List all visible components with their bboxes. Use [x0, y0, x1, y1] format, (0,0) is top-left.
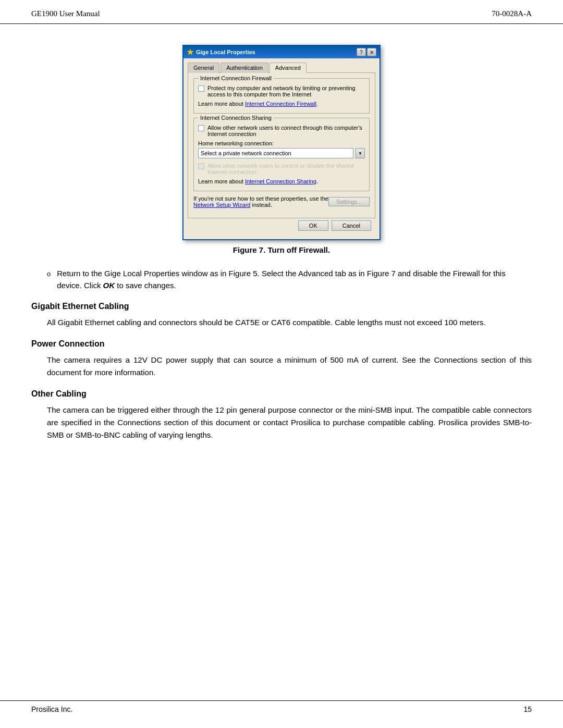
- sharing-checkbox[interactable]: [198, 125, 204, 131]
- page-content: Gige Local Properties ? ✕ General Authen…: [0, 24, 563, 467]
- firewall-learn-more: Learn more about Internet Connection Fir…: [198, 101, 365, 107]
- dialog-titlebar: Gige Local Properties ? ✕: [183, 46, 380, 58]
- select-value: Select a private network connection: [201, 150, 291, 156]
- sharing-group: Internet Connection Sharing Allow other …: [193, 118, 370, 191]
- sharing-group-label: Internet Connection Sharing: [198, 115, 274, 121]
- wizard-link[interactable]: Network Setup Wizard: [193, 202, 250, 208]
- tab-content-advanced: Internet Connection Firewall Protect my …: [188, 72, 375, 218]
- tab-authentication[interactable]: Authentication: [221, 63, 268, 73]
- dialog-title: Gige Local Properties: [196, 49, 255, 55]
- wizard-text: If you're not sure how to set these prop…: [193, 195, 328, 208]
- windows-dialog: Gige Local Properties ? ✕ General Authen…: [182, 45, 381, 240]
- dialog-tabs: General Authentication Advanced: [188, 63, 375, 73]
- network-icon: [187, 48, 194, 56]
- select-row: Select a private network connection ▼: [198, 148, 365, 158]
- section-heading-other-cabling: Other Cabling: [31, 389, 532, 399]
- dialog-body: General Authentication Advanced Internet…: [183, 58, 380, 239]
- firewall-group-label: Internet Connection Firewall: [198, 75, 274, 81]
- disabled-checkbox: [198, 163, 204, 169]
- section-body-other-cabling: The camera can be triggered either throu…: [47, 404, 532, 441]
- bullet-section: o Return to the Gige Local Properties wi…: [47, 268, 532, 291]
- bullet-circle: o: [47, 269, 51, 291]
- page-header: GE1900 User Manual 70-0028A-A: [0, 0, 563, 24]
- section-body-power: The camera requires a 12V DC power suppl…: [47, 354, 532, 379]
- select-arrow[interactable]: ▼: [356, 148, 365, 158]
- sharing-checkbox-row: Allow other network users to connect thr…: [198, 125, 365, 137]
- disabled-label: Allow other network users to control or …: [207, 163, 365, 175]
- ok-cancel-row: OK Cancel: [188, 218, 375, 235]
- firewall-link[interactable]: Internet Connection Firewall: [245, 101, 316, 107]
- ok-button[interactable]: OK: [298, 220, 328, 231]
- home-networking-label: Home networking connection:: [198, 140, 365, 146]
- dialog-container: Gige Local Properties ? ✕ General Authen…: [31, 45, 532, 263]
- cancel-button[interactable]: Cancel: [332, 220, 371, 231]
- wizard-footer-row: If you're not sure how to set these prop…: [193, 195, 370, 208]
- tab-advanced[interactable]: Advanced: [270, 63, 307, 73]
- header-right: 70-0028A-A: [492, 9, 532, 18]
- bullet-text: Return to the Gige Local Properties wind…: [57, 268, 532, 291]
- section-heading-gigabit: Gigabit Ethernet Cabling: [31, 302, 532, 311]
- section-heading-power: Power Connection: [31, 339, 532, 349]
- close-button[interactable]: ✕: [367, 48, 376, 56]
- figure-caption-text: Figure 7. Turn off Firewall.: [233, 245, 330, 254]
- tab-general[interactable]: General: [188, 63, 219, 73]
- sharing-group-content: Allow other network users to connect thr…: [198, 125, 365, 184]
- firewall-group: Internet Connection Firewall Protect my …: [193, 78, 370, 114]
- firewall-checkbox[interactable]: [198, 85, 204, 92]
- footer-right: 15: [523, 705, 532, 713]
- footer-left: Prosilica Inc.: [31, 705, 72, 713]
- sharing-link[interactable]: Internet Connection Sharing: [245, 178, 316, 184]
- help-button[interactable]: ?: [357, 48, 366, 56]
- titlebar-left: Gige Local Properties: [187, 48, 255, 56]
- disabled-checkbox-row: Allow other network users to control or …: [198, 163, 365, 175]
- firewall-checkbox-row: Protect my computer and network by limit…: [198, 85, 365, 97]
- figure-caption: Figure 7. Turn off Firewall.: [233, 245, 330, 254]
- titlebar-buttons: ? ✕: [357, 48, 376, 56]
- settings-button[interactable]: Settings...: [328, 197, 370, 206]
- header-left: GE1900 User Manual: [31, 9, 100, 18]
- network-select[interactable]: Select a private network connection: [198, 148, 353, 158]
- firewall-group-content: Protect my computer and network by limit…: [198, 85, 365, 107]
- firewall-checkbox-label: Protect my computer and network by limit…: [207, 85, 365, 97]
- page-footer: Prosilica Inc. 15: [0, 700, 563, 718]
- sharing-checkbox-label: Allow other network users to connect thr…: [207, 125, 365, 137]
- sharing-learn-more: Learn more about Internet Connection Sha…: [198, 178, 365, 184]
- section-body-gigabit: All Gigabit Ethernet cabling and connect…: [47, 316, 532, 329]
